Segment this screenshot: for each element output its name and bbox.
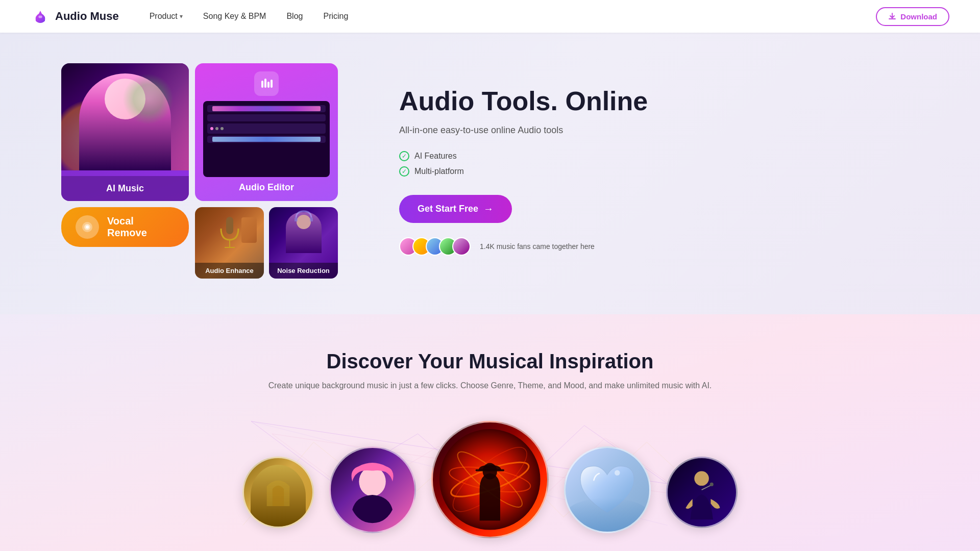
svg-rect-4 — [264, 79, 266, 88]
circle-pink-person[interactable] — [329, 446, 416, 533]
circle-red-music[interactable] — [431, 421, 549, 538]
card-audio-editor[interactable]: Audio Editor — [195, 63, 338, 201]
card-vocal-remove[interactable]: Vocal Remove — [61, 207, 189, 247]
ai-music-image — [61, 63, 189, 170]
discover-title: Discover Your Musical Inspiration — [61, 350, 919, 373]
cta-button[interactable]: Get Start Free → — [399, 195, 512, 223]
discover-subtitle: Create unique background music in just a… — [61, 381, 919, 390]
control-dot-active — [210, 127, 213, 130]
svg-rect-11 — [310, 217, 313, 221]
waveform-row-1 — [207, 105, 326, 112]
nav-item-song-key[interactable]: Song Key & BPM — [203, 12, 266, 21]
headphones-decoration — [273, 209, 334, 224]
hero-section: AI Music Vocal Remove — [0, 33, 980, 314]
download-button[interactable]: Download — [876, 7, 949, 26]
waveform-row-2 — [207, 114, 326, 121]
performer-inner — [668, 458, 736, 527]
hero-features-list: ✓ AI Features ✓ Multi-platform — [399, 151, 919, 177]
svg-rect-3 — [261, 81, 263, 88]
cta-label: Get Start Free — [418, 204, 478, 214]
svg-point-24 — [615, 470, 620, 475]
waveform-display-2 — [212, 137, 321, 142]
social-proof-text: 1.4K music fans came together here — [480, 242, 595, 251]
logo-text: Audio Muse — [55, 10, 119, 23]
microphone-icon — [217, 214, 242, 255]
logo-icon — [31, 7, 50, 26]
card-audio-enhance[interactable]: Audio Enhance — [195, 207, 264, 279]
energy-visualization — [438, 428, 542, 531]
hero-content: Audio Tools. Online All-in-one easy-to-u… — [379, 86, 919, 256]
svg-point-27 — [710, 483, 714, 486]
nav-item-blog[interactable]: Blog — [286, 12, 303, 21]
avatar-5 — [452, 237, 471, 256]
card-bottom-row: Audio Enhance Noise Reduction — [195, 207, 338, 279]
svg-point-2 — [86, 226, 89, 229]
svg-rect-23 — [476, 469, 504, 471]
feature-item-ai: ✓ AI Features — [399, 151, 919, 161]
editor-controls — [207, 123, 326, 134]
pink-person-figure — [339, 456, 406, 523]
svg-point-16 — [362, 471, 383, 492]
check-icon-multiplatform: ✓ — [399, 166, 409, 177]
navbar: Audio Muse Product ▾ Song Key & BPM Blog… — [0, 0, 980, 33]
svg-point-25 — [695, 471, 709, 486]
waveform-display — [212, 106, 321, 111]
avatar-stack — [399, 237, 465, 256]
discover-circles-container — [61, 421, 919, 538]
circles-row — [61, 421, 919, 538]
logo-link[interactable]: Audio Muse — [31, 7, 119, 26]
ai-music-label: AI Music — [61, 176, 189, 201]
performer-figure — [674, 465, 729, 519]
noise-reduction-label: Noise Reduction — [269, 263, 338, 279]
audio-editor-label: Audio Editor — [239, 182, 294, 193]
feature-item-multiplatform: ✓ Multi-platform — [399, 166, 919, 177]
feature-multiplatform-text: Multi-platform — [414, 167, 464, 176]
hero-title: Audio Tools. Online — [399, 86, 919, 117]
nav-item-pricing[interactable]: Pricing — [323, 12, 348, 21]
download-icon — [888, 12, 896, 20]
control-dot — [220, 127, 224, 130]
circle-performer[interactable] — [666, 457, 738, 528]
card-ai-music[interactable]: AI Music — [61, 63, 189, 201]
svg-rect-5 — [267, 82, 270, 88]
svg-line-26 — [702, 486, 711, 490]
svg-rect-10 — [295, 217, 298, 221]
vocal-remove-label: Vocal Remove — [107, 215, 175, 239]
audio-enhance-label: Audio Enhance — [195, 263, 264, 279]
hero-subtitle: All-in-one easy-to-use online Audio tool… — [399, 125, 919, 136]
waveform-row-3 — [207, 136, 326, 143]
church-inner — [244, 458, 312, 527]
audio-editor-inner: Audio Editor — [195, 63, 338, 201]
person-silhouette — [79, 73, 171, 170]
nav-item-product[interactable]: Product ▾ — [150, 12, 183, 21]
card-grid: AI Music Vocal Remove — [61, 63, 338, 279]
pink-person-inner — [331, 448, 414, 532]
check-icon-ai: ✓ — [399, 151, 409, 161]
svg-rect-7 — [226, 217, 233, 234]
water-reflection — [566, 498, 649, 532]
nav-links: Product ▾ Song Key & BPM Blog Pricing — [150, 12, 876, 21]
discover-section: Discover Your Musical Inspiration Create… — [0, 314, 980, 551]
audio-editor-screen — [203, 101, 330, 177]
feature-ai-text: AI Features — [414, 152, 457, 161]
red-music-inner — [433, 422, 547, 537]
control-dot — [215, 127, 218, 130]
cta-arrow-icon: → — [483, 203, 494, 215]
arch-detail — [258, 472, 299, 506]
vocal-remove-icon — [76, 215, 99, 239]
circle-church[interactable] — [242, 457, 314, 528]
circle-glass-heart[interactable] — [564, 446, 651, 533]
social-proof: 1.4K music fans came together here — [399, 237, 919, 256]
chevron-down-icon: ▾ — [180, 13, 183, 20]
guitar-decoration — [241, 217, 257, 243]
svg-rect-6 — [271, 80, 273, 88]
glass-heart-inner — [566, 448, 649, 532]
card-noise-reduction[interactable]: Noise Reduction — [269, 207, 338, 279]
ai-music-person-overlay — [61, 68, 189, 170]
equalizer-icon — [259, 77, 274, 91]
audio-editor-icon-wrap — [254, 71, 279, 96]
